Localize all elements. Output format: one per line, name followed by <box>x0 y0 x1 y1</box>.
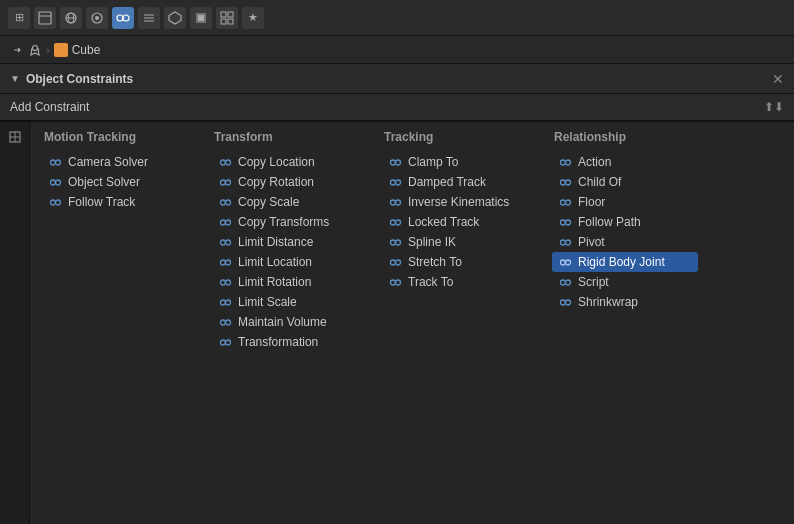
menu-item-follow-path[interactable]: Follow Path <box>552 212 698 232</box>
item-label: Spline IK <box>408 235 456 249</box>
svg-point-73 <box>565 280 570 285</box>
column-header-transform: Transform <box>212 130 358 144</box>
menu-item-stretch-to[interactable]: Stretch To <box>382 252 528 272</box>
menu-item-shrinkwrap[interactable]: Shrinkwrap <box>552 292 698 312</box>
menu-item-child-of[interactable]: Child Of <box>552 172 698 192</box>
link-icon <box>218 175 232 189</box>
item-label: Limit Location <box>238 255 312 269</box>
link-icon <box>218 255 232 269</box>
top-toolbar: ⊞ <box>0 0 794 36</box>
menu-item-limit-distance[interactable]: Limit Distance <box>212 232 358 252</box>
svg-point-6 <box>95 16 99 20</box>
svg-point-67 <box>565 220 570 225</box>
svg-marker-9 <box>169 12 181 24</box>
item-label: Track To <box>408 275 453 289</box>
svg-point-37 <box>225 260 230 265</box>
item-label: Limit Rotation <box>238 275 311 289</box>
link-icon <box>558 295 572 309</box>
toolbar-icon-8[interactable] <box>216 7 238 29</box>
svg-point-75 <box>565 300 570 305</box>
link-icon <box>218 155 232 169</box>
menu-item-camera-solver[interactable]: Camera Solver <box>42 152 188 172</box>
svg-point-57 <box>395 260 400 265</box>
triangle-icon: ▼ <box>10 73 20 84</box>
item-label: Child Of <box>578 175 621 189</box>
svg-point-29 <box>225 180 230 185</box>
item-label: Action <box>578 155 611 169</box>
main-layout: Motion Tracking Camera Solver Object Sol… <box>0 122 794 524</box>
menu-item-copy-transforms[interactable]: Copy Transforms <box>212 212 358 232</box>
item-label: Camera Solver <box>68 155 148 169</box>
item-label: Inverse Kinematics <box>408 195 509 209</box>
toolbar-icon-3[interactable] <box>86 7 108 29</box>
column-transform: Transform Copy Location Copy Rotation Co… <box>200 130 370 516</box>
svg-point-43 <box>225 320 230 325</box>
svg-point-45 <box>225 340 230 345</box>
menu-item-spline-ik[interactable]: Spline IK <box>382 232 528 252</box>
menu-item-follow-track[interactable]: Follow Track <box>42 192 188 212</box>
svg-point-21 <box>55 160 60 165</box>
menu-item-maintain-volume[interactable]: Maintain Volume <box>212 312 358 332</box>
close-button[interactable]: ✕ <box>772 71 784 87</box>
svg-point-53 <box>395 220 400 225</box>
item-label: Copy Scale <box>238 195 299 209</box>
menu-item-clamp-to[interactable]: Clamp To <box>382 152 528 172</box>
menu-item-limit-location[interactable]: Limit Location <box>212 252 358 272</box>
menu-item-limit-scale[interactable]: Limit Scale <box>212 292 358 312</box>
svg-rect-12 <box>221 12 226 17</box>
breadcrumb-cube-label: Cube <box>72 43 101 57</box>
toolbar-icon-4[interactable] <box>112 7 134 29</box>
menu-item-track-to[interactable]: Track To <box>382 272 528 292</box>
toolbar-icon-9[interactable]: ★ <box>242 7 264 29</box>
svg-point-25 <box>55 200 60 205</box>
constraints-title: ▼ Object Constraints <box>10 72 133 86</box>
menu-item-copy-rotation[interactable]: Copy Rotation <box>212 172 358 192</box>
menu-item-rigid-body-joint[interactable]: Rigid Body Joint <box>552 252 698 272</box>
menu-item-inverse-kinematics[interactable]: Inverse Kinematics <box>382 192 528 212</box>
toolbar-icon-0[interactable]: ⊞ <box>8 7 30 29</box>
item-label: Stretch To <box>408 255 462 269</box>
left-strip <box>0 122 30 524</box>
link-icon <box>558 275 572 289</box>
toolbar-icon-5[interactable] <box>138 7 160 29</box>
toolbar-icon-7[interactable] <box>190 7 212 29</box>
breadcrumb: › Cube <box>0 36 794 64</box>
menu-item-object-solver[interactable]: Object Solver <box>42 172 188 192</box>
menu-item-copy-scale[interactable]: Copy Scale <box>212 192 358 212</box>
constraints-header: ▼ Object Constraints ✕ <box>0 64 794 94</box>
link-icon <box>558 235 572 249</box>
svg-point-51 <box>395 200 400 205</box>
breadcrumb-nav-icon <box>10 43 24 57</box>
item-label: Copy Rotation <box>238 175 314 189</box>
add-constraint-bar[interactable]: Add Constraint ⬆⬇ <box>0 94 794 122</box>
svg-rect-11 <box>198 15 204 21</box>
link-icon <box>558 255 572 269</box>
column-relationship: Relationship Action Child Of Floor Follo… <box>540 130 710 516</box>
item-label: Limit Scale <box>238 295 297 309</box>
toolbar-icons: ⊞ <box>8 7 264 29</box>
toolbar-icon-6[interactable] <box>164 7 186 29</box>
menu-item-copy-location[interactable]: Copy Location <box>212 152 358 172</box>
menu-item-action[interactable]: Action <box>552 152 698 172</box>
menu-item-locked-track[interactable]: Locked Track <box>382 212 528 232</box>
side-icon-0[interactable] <box>4 126 26 148</box>
toolbar-icon-1[interactable] <box>34 7 56 29</box>
menu-item-floor[interactable]: Floor <box>552 192 698 212</box>
menu-item-transformation[interactable]: Transformation <box>212 332 358 352</box>
link-icon <box>558 215 572 229</box>
constraints-title-label: Object Constraints <box>26 72 133 86</box>
svg-point-65 <box>565 200 570 205</box>
menu-item-script[interactable]: Script <box>552 272 698 292</box>
svg-point-23 <box>55 180 60 185</box>
item-label: Pivot <box>578 235 605 249</box>
svg-point-47 <box>395 160 400 165</box>
menu-item-limit-rotation[interactable]: Limit Rotation <box>212 272 358 292</box>
menu-item-damped-track[interactable]: Damped Track <box>382 172 528 192</box>
item-label: Rigid Body Joint <box>578 255 665 269</box>
link-icon <box>388 235 402 249</box>
menu-item-pivot[interactable]: Pivot <box>552 232 698 252</box>
toolbar-icon-2[interactable] <box>60 7 82 29</box>
svg-point-39 <box>225 280 230 285</box>
column-motion-tracking: Motion Tracking Camera Solver Object Sol… <box>30 130 200 516</box>
item-label: Locked Track <box>408 215 479 229</box>
